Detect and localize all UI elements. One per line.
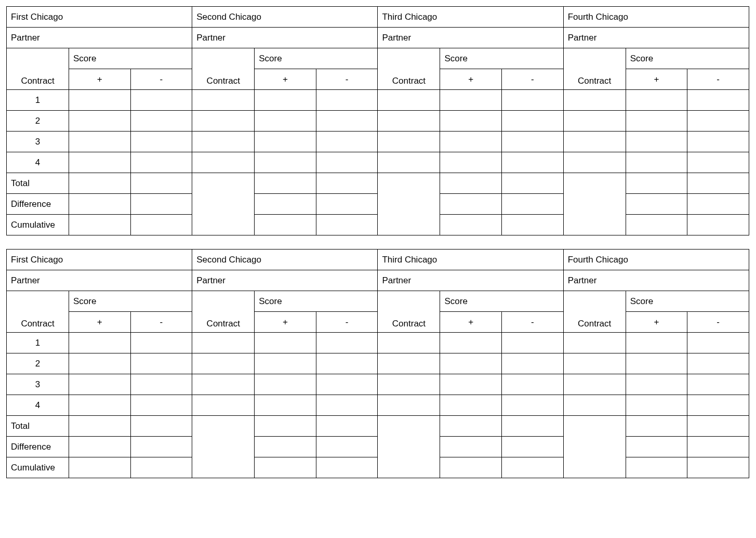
cumulative-plus (69, 215, 131, 235)
partner-label: Partner (196, 33, 226, 43)
plus-cell (255, 353, 316, 374)
contract-header: Contract (563, 291, 626, 333)
deal-number: 1 (7, 333, 69, 353)
panel-title: Second Chicago (192, 250, 378, 270)
plus-cell (69, 333, 131, 353)
scorecard: First ChicagoSecond ChicagoThird Chicago… (6, 6, 749, 235)
contract-header: Contract (7, 48, 69, 90)
total-minus (687, 416, 749, 437)
total-minus (502, 416, 564, 437)
contract-header: Contract (378, 48, 440, 90)
minus-cell (316, 374, 378, 395)
minus-cell (502, 152, 564, 173)
contract-cell (378, 353, 440, 374)
minus-cell (502, 395, 564, 416)
plus-cell (255, 132, 316, 152)
score-header: Score (255, 48, 378, 69)
contract-cell (563, 333, 626, 353)
cumulative-plus (255, 215, 316, 235)
plus-cell (255, 111, 316, 132)
cumulative-minus (687, 457, 749, 478)
deal-number: 3 (7, 374, 69, 395)
partner-row: Partner (378, 270, 563, 291)
scorecard: First ChicagoSecond ChicagoThird Chicago… (6, 249, 749, 478)
panel-title: Third Chicago (378, 7, 563, 28)
partner-label: Partner (382, 33, 411, 43)
difference-plus (626, 437, 687, 457)
minus-cell (316, 152, 378, 173)
deal-number: 1 (7, 90, 69, 111)
contract-cell (378, 111, 440, 132)
minus-cell (502, 111, 564, 132)
total-plus (69, 173, 131, 194)
total-minus (502, 173, 564, 194)
difference-minus (502, 437, 564, 457)
partner-row: Partner (378, 28, 563, 48)
panel-title: Third Chicago (378, 250, 563, 270)
cumulative-plus (440, 457, 502, 478)
plus-cell (626, 353, 687, 374)
contract-cell (563, 132, 626, 152)
plus-header: + (440, 312, 502, 333)
summary-label-blank (563, 416, 626, 478)
minus-header: - (316, 312, 378, 333)
minus-cell (687, 152, 749, 173)
plus-cell (626, 395, 687, 416)
minus-cell (316, 111, 378, 132)
minus-cell (502, 333, 564, 353)
minus-header: - (687, 312, 749, 333)
difference-minus (130, 437, 192, 457)
plus-cell (626, 111, 687, 132)
minus-cell (130, 132, 192, 152)
partner-row: Partner (192, 28, 378, 48)
minus-cell (130, 353, 192, 374)
partner-row: Partner (192, 270, 378, 291)
total-plus (626, 416, 687, 437)
contract-header: Contract (192, 48, 255, 90)
minus-cell (316, 90, 378, 111)
plus-cell (255, 333, 316, 353)
contract-cell (192, 353, 255, 374)
plus-cell (255, 152, 316, 173)
contract-cell (192, 333, 255, 353)
total-plus (440, 416, 502, 437)
plus-cell (626, 374, 687, 395)
plus-cell (69, 111, 131, 132)
contract-header: Contract (378, 291, 440, 333)
difference-plus (255, 194, 316, 215)
score-header: Score (255, 291, 378, 312)
plus-cell (440, 90, 502, 111)
cumulative-minus (502, 215, 564, 235)
cumulative-minus (502, 457, 564, 478)
contract-cell (563, 111, 626, 132)
cumulative-label: Cumulative (7, 215, 69, 235)
cumulative-minus (130, 457, 192, 478)
contract-cell (378, 374, 440, 395)
minus-cell (130, 395, 192, 416)
deal-number: 3 (7, 132, 69, 152)
plus-cell (626, 152, 687, 173)
panel-title: Fourth Chicago (563, 7, 749, 28)
minus-header: - (502, 69, 564, 90)
plus-cell (440, 353, 502, 374)
score-header: Score (626, 291, 749, 312)
plus-cell (69, 374, 131, 395)
score-header: Score (440, 48, 563, 69)
total-plus (440, 173, 502, 194)
total-minus (316, 416, 378, 437)
contract-cell (192, 111, 255, 132)
minus-cell (687, 374, 749, 395)
plus-header: + (255, 69, 316, 90)
contract-cell (378, 90, 440, 111)
difference-minus (687, 437, 749, 457)
minus-cell (502, 353, 564, 374)
difference-label: Difference (7, 437, 69, 457)
deal-number: 4 (7, 395, 69, 416)
panel-title: First Chicago (7, 7, 192, 28)
plus-cell (626, 132, 687, 152)
plus-cell (69, 353, 131, 374)
minus-header: - (502, 312, 564, 333)
contract-cell (192, 90, 255, 111)
contract-cell (563, 374, 626, 395)
plus-header: + (255, 312, 316, 333)
